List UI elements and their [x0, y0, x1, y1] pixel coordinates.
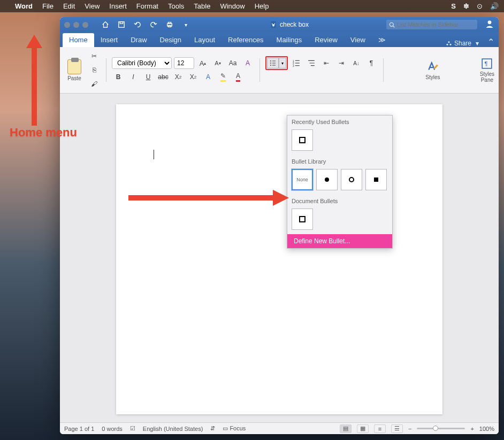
change-case-icon[interactable]: Aa: [226, 57, 239, 69]
menu-view[interactable]: View: [85, 2, 100, 10]
menu-file[interactable]: File: [42, 2, 54, 10]
tab-review[interactable]: Review: [308, 33, 344, 47]
styles-button[interactable]: Styles: [425, 60, 440, 80]
bold-button[interactable]: B: [112, 71, 125, 83]
tab-insert[interactable]: Insert: [94, 33, 125, 47]
zoom-in-icon[interactable]: +: [470, 426, 474, 432]
zoom-slider[interactable]: [417, 428, 465, 429]
separator: [259, 58, 260, 82]
font-size-input[interactable]: [174, 57, 194, 69]
min-dot[interactable]: [73, 22, 79, 28]
menu-help[interactable]: Help: [255, 2, 269, 10]
bullet-doc-square[interactable]: [292, 209, 313, 230]
draft-icon[interactable]: ☰: [391, 424, 403, 433]
tab-more[interactable]: ≫: [372, 33, 392, 47]
print-layout-icon[interactable]: ▤: [340, 424, 352, 433]
menu-window[interactable]: Window: [220, 2, 245, 10]
undo-icon[interactable]: [131, 19, 144, 30]
tab-mailings[interactable]: Mailings: [270, 33, 309, 47]
save-icon[interactable]: [115, 19, 128, 30]
status-play-icon[interactable]: ⊙: [477, 2, 483, 10]
text-effects-icon[interactable]: A: [202, 71, 215, 83]
bullet-disc[interactable]: [316, 169, 338, 190]
increase-indent-icon[interactable]: ⇥: [335, 57, 348, 69]
zoom-out-icon[interactable]: −: [408, 426, 411, 432]
print-icon[interactable]: [163, 19, 176, 30]
collapse-ribbon-icon[interactable]: ⌃: [483, 37, 499, 47]
focus-button[interactable]: ▭ Focus: [223, 425, 246, 432]
tab-references[interactable]: References: [222, 33, 270, 47]
status-s-icon[interactable]: S: [451, 2, 456, 10]
show-marks-icon[interactable]: ¶: [365, 57, 378, 69]
grow-font-icon[interactable]: A▴: [196, 57, 209, 69]
redo-icon[interactable]: [147, 19, 160, 30]
status-leaf-icon[interactable]: ✽: [463, 2, 469, 10]
page[interactable]: [116, 104, 442, 414]
copy-icon[interactable]: ⎘: [88, 64, 101, 76]
multilevel-button[interactable]: [305, 57, 318, 69]
font-color-icon[interactable]: A: [232, 71, 245, 83]
numbering-button[interactable]: 123: [290, 57, 303, 69]
tab-home[interactable]: Home: [63, 33, 94, 47]
accessibility-icon[interactable]: ⇵: [210, 425, 215, 432]
status-volume-icon[interactable]: 🔊: [490, 2, 499, 10]
app-name[interactable]: Word: [15, 2, 33, 10]
svg-rect-0: [119, 22, 125, 28]
zoom-value[interactable]: 100%: [479, 426, 494, 432]
menu-insert[interactable]: Insert: [109, 2, 127, 10]
strike-button[interactable]: abc: [157, 71, 170, 83]
web-layout-icon[interactable]: ▦: [357, 424, 369, 433]
svg-rect-22: [295, 65, 300, 66]
tab-view[interactable]: View: [344, 33, 372, 47]
word-window: ▾ check box Home Insert Draw Design Layo…: [60, 17, 499, 434]
decrease-indent-icon[interactable]: ⇤: [320, 57, 333, 69]
tab-layout[interactable]: Layout: [188, 33, 222, 47]
profile-icon[interactable]: [485, 19, 494, 30]
tab-draw[interactable]: Draw: [124, 33, 153, 47]
menu-format[interactable]: Format: [136, 2, 158, 10]
outline-icon[interactable]: ≡: [374, 424, 386, 433]
svg-rect-16: [272, 65, 276, 66]
word-count[interactable]: 0 words: [102, 426, 123, 432]
bullets-button[interactable]: [267, 58, 279, 68]
shrink-font-icon[interactable]: A▾: [211, 57, 224, 69]
italic-button[interactable]: I: [127, 71, 140, 83]
menu-table[interactable]: Table: [194, 2, 210, 10]
tab-design[interactable]: Design: [154, 33, 188, 47]
home-icon[interactable]: [99, 19, 112, 30]
superscript-button[interactable]: X2: [187, 71, 200, 83]
language-button[interactable]: English (United States): [143, 426, 203, 432]
cut-icon[interactable]: ✂: [88, 50, 101, 62]
sort-icon[interactable]: A↓: [350, 57, 363, 69]
qa-dropdown-icon[interactable]: ▾: [179, 19, 192, 30]
bullet-recent-square[interactable]: [292, 129, 313, 151]
bullet-circle[interactable]: [341, 169, 362, 190]
subscript-button[interactable]: X2: [172, 71, 185, 83]
bullets-dropdown-icon[interactable]: ▾: [279, 58, 286, 68]
font-select[interactable]: Calibri (Body): [112, 57, 172, 69]
search-box[interactable]: [386, 20, 477, 29]
paste-button[interactable]: Paste: [64, 59, 85, 81]
separator: [106, 58, 106, 82]
search-input[interactable]: [397, 21, 475, 28]
menu-edit[interactable]: Edit: [63, 2, 75, 10]
bullet-library-header: Bullet Library: [287, 155, 392, 167]
define-new-bullet[interactable]: Define New Bullet...: [287, 234, 392, 248]
svg-rect-20: [295, 63, 300, 63]
clear-format-icon[interactable]: A: [241, 57, 254, 69]
share-button[interactable]: Share ▾: [446, 40, 483, 47]
traffic-lights[interactable]: [64, 22, 88, 28]
highlight-icon[interactable]: ✎: [217, 71, 230, 83]
menu-tools[interactable]: Tools: [168, 2, 184, 10]
page-count[interactable]: Page 1 of 1: [64, 426, 94, 432]
close-dot[interactable]: [64, 22, 70, 28]
format-painter-icon[interactable]: 🖌: [88, 78, 101, 90]
svg-text:¶: ¶: [485, 60, 488, 67]
underline-button[interactable]: U: [142, 71, 155, 83]
styles-label: Styles: [425, 74, 440, 80]
styles-pane-button[interactable]: ¶ Styles Pane: [480, 57, 494, 83]
bullet-none[interactable]: None: [292, 169, 313, 190]
spellcheck-icon[interactable]: ☑: [130, 425, 135, 432]
bullet-square[interactable]: [365, 169, 387, 190]
max-dot[interactable]: [82, 22, 88, 28]
